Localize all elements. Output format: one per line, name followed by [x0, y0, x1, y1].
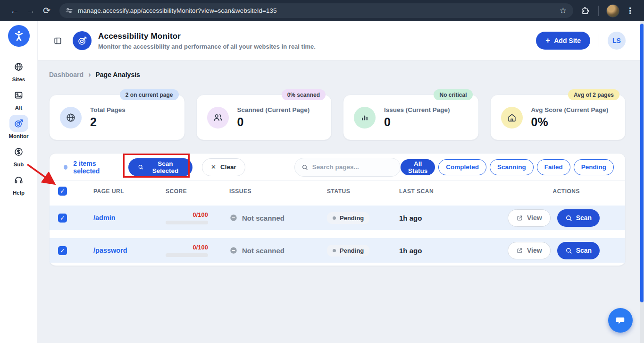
status-text: Pending [340, 247, 364, 254]
target-icon [9, 115, 28, 132]
issues-text: Not scanned [242, 247, 284, 255]
status-dot-icon [333, 249, 336, 252]
clear-selection-button[interactable]: ✕ Clear [202, 158, 245, 176]
selection-dot-icon [64, 165, 67, 170]
stat-value: 0% [531, 115, 609, 129]
external-link-icon [516, 214, 523, 222]
stat-card-total-pages: 2 on current page Total Pages 2 [49, 94, 185, 140]
sidebar-item-sub[interactable]: Sub [4, 143, 34, 167]
stat-label: Scanned (Current Page) [237, 106, 310, 113]
table-row: ✓ /password 0/100 Not scanned Pending 1h… [50, 238, 625, 263]
issues-cell: Not scanned [229, 246, 327, 255]
stat-badge: Avg of 2 pages [568, 89, 619, 100]
filter-pending[interactable]: Pending [574, 159, 614, 175]
column-header-status: STATUS [327, 188, 399, 195]
chat-widget-button[interactable] [608, 308, 633, 333]
score-cell: 0/100 [166, 211, 208, 224]
status-dot-icon [333, 216, 336, 220]
issues-cell: Not scanned [229, 214, 327, 222]
main-area: Accessibility Monitor Monitor the access… [38, 21, 640, 343]
status-filters: All Status Completed Scanning Failed Pen… [401, 159, 614, 175]
chat-bubble-icon [614, 314, 627, 326]
view-button[interactable]: View [508, 242, 551, 259]
sidebar-toggle-icon[interactable] [53, 36, 62, 45]
app-sidebar: Sites Alt Monitor [0, 21, 38, 343]
scan-button[interactable]: Scan [557, 209, 600, 227]
stat-value: 2 [90, 115, 125, 129]
breadcrumb-current: Page Analysis [95, 71, 140, 78]
sidebar-item-label: Monitor [8, 133, 28, 139]
minus-circle-icon [229, 214, 238, 222]
scan-label: Scan [576, 247, 592, 254]
filter-completed[interactable]: Completed [438, 159, 486, 175]
chrome-divider [598, 6, 599, 16]
page-url-link[interactable]: /password [93, 247, 166, 254]
search-pages-field[interactable] [294, 158, 401, 177]
home-icon [501, 107, 523, 129]
row-checkbox[interactable]: ✓ [58, 214, 67, 223]
score-value: 0/100 [166, 211, 208, 218]
last-scan-text: 1h ago [399, 214, 508, 222]
filter-all-status[interactable]: All Status [401, 159, 435, 175]
last-scan-text: 1h ago [399, 247, 508, 255]
stat-card-scanned: 0% scanned Scanned (Current Page) 0 [196, 94, 332, 140]
stat-badge: No critical [434, 89, 472, 100]
headset-icon [9, 172, 28, 189]
globe-icon [60, 107, 82, 129]
score-cell: 0/100 [166, 244, 208, 257]
page-subtitle: Monitor the accessibility and performanc… [98, 43, 316, 50]
stat-card-issues: No critical Issues (Current Page) 0 [343, 94, 479, 140]
user-avatar[interactable]: LS [608, 32, 626, 50]
image-icon [9, 86, 28, 103]
filter-failed[interactable]: Failed [537, 159, 570, 175]
sidebar-item-sites[interactable]: Sites [4, 58, 34, 82]
sidebar-nav: Sites Alt Monitor [4, 58, 34, 196]
plus-icon: + [545, 36, 550, 45]
browser-menu-icon[interactable]: ⋮ [623, 6, 637, 16]
breadcrumb-dashboard[interactable]: Dashboard [49, 71, 84, 78]
scan-label: Scan [576, 214, 592, 222]
select-all-checkbox[interactable]: ✓ [58, 187, 67, 196]
page-url-link[interactable]: /admin [93, 214, 166, 222]
stat-label: Issues (Current Page) [384, 106, 450, 113]
bookmark-star-icon[interactable]: ☆ [558, 6, 569, 16]
extensions-icon[interactable] [581, 6, 590, 15]
breadcrumb: Dashboard › Page Analysis [49, 70, 626, 79]
external-link-icon [516, 247, 523, 254]
browser-reload-icon[interactable]: ⟳ [39, 3, 55, 19]
add-site-button[interactable]: + Add Site [536, 32, 590, 50]
browser-url-bar[interactable]: manage.accessify.app/accessibilityMonito… [59, 3, 573, 18]
globe-icon [9, 58, 28, 75]
page-scrollbar[interactable] [640, 21, 644, 343]
scan-selected-button[interactable]: Scan Selected [128, 158, 192, 176]
status-badge: Pending [327, 212, 369, 224]
sidebar-item-monitor[interactable]: Monitor [4, 115, 34, 139]
browser-chrome: ← → ⟳ manage.accessify.app/accessibility… [0, 0, 644, 21]
row-checkbox[interactable]: ✓ [58, 246, 67, 255]
search-pages-input[interactable] [312, 163, 393, 171]
monitor-app-icon [73, 31, 92, 50]
stat-cards: 2 on current page Total Pages 2 0% scann… [49, 94, 626, 140]
browser-forward-icon[interactable]: → [23, 3, 39, 19]
view-button[interactable]: View [508, 209, 551, 227]
clear-label: Clear [220, 163, 236, 171]
column-header-page-url: PAGE URL [93, 188, 166, 195]
stat-badge: 0% scanned [282, 89, 326, 100]
filter-scanning[interactable]: Scanning [490, 159, 534, 175]
dollar-circle-icon [9, 143, 28, 160]
score-progress-bar [166, 221, 208, 224]
search-icon [565, 214, 572, 222]
status-text: Pending [340, 214, 364, 222]
minus-circle-icon [229, 246, 238, 255]
accessify-logo[interactable] [8, 25, 30, 47]
site-settings-icon[interactable] [65, 7, 73, 15]
scrollbar-thumb[interactable] [640, 24, 644, 302]
browser-back-icon[interactable]: ← [7, 3, 23, 19]
add-site-label: Add Site [554, 37, 581, 44]
selection-toolbar: 2 items selected Scan Selected ✕ Clear [50, 154, 625, 180]
scan-button[interactable]: Scan [557, 242, 600, 259]
sidebar-item-help[interactable]: Help [4, 172, 34, 196]
sidebar-item-alt[interactable]: Alt [4, 86, 34, 111]
pages-panel: 2 items selected Scan Selected ✕ Clear [49, 153, 626, 266]
browser-profile-avatar[interactable] [606, 4, 619, 17]
